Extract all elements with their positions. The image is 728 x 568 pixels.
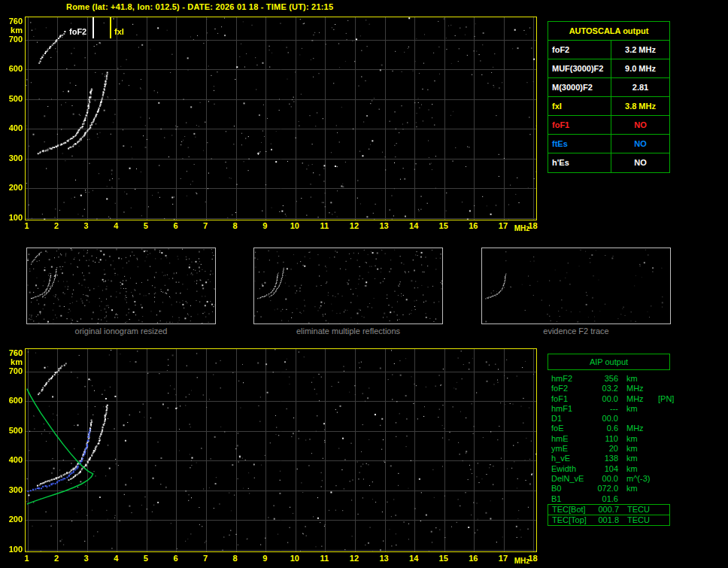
autoscala-param-label: MUF(3000)F2 xyxy=(548,59,611,77)
y-axis-unit-label: km xyxy=(1,26,23,35)
aip-row-B1: B101.6 xyxy=(548,494,705,504)
x-tick-label: 6 xyxy=(166,221,184,230)
x-tick-label: 10 xyxy=(286,221,304,230)
aip-param-note xyxy=(651,384,705,393)
tec-row-TEC[Top]: TEC[Top]001.8TECU xyxy=(548,515,670,526)
tec-param-unit: TECU xyxy=(619,515,669,525)
aip-param-value: 138 xyxy=(593,454,618,463)
x-tick-label: 1 xyxy=(18,221,36,230)
aip-param-note xyxy=(651,474,705,484)
aip-row-hmF1: hmF1---km xyxy=(548,404,705,414)
aip-param-unit: MHz xyxy=(618,384,651,393)
aip-param-value: 104 xyxy=(593,464,618,474)
aip-param-unit: MHz xyxy=(618,424,651,433)
y-tick-label: 760 xyxy=(1,348,23,357)
aip-param-label: ymE xyxy=(551,444,593,454)
x-tick-label: 8 xyxy=(226,554,244,563)
x-tick-label: 11 xyxy=(315,221,333,230)
aip-param-value: 00.0 xyxy=(593,474,618,484)
aip-param-label: hmF2 xyxy=(551,374,593,384)
thumbnail-caption-f2-trace: evidence F2 trace xyxy=(481,327,671,336)
fof2-marker-label: foF2 xyxy=(69,27,86,36)
autoscala-param-label: h'Es xyxy=(548,153,611,172)
aip-row-foF1: foF100.0MHz[PN] xyxy=(548,394,705,404)
aip-param-label: foF1 xyxy=(551,394,593,404)
aip-param-value: 20 xyxy=(593,444,618,454)
thumbnail-no-multiples-canvas xyxy=(254,248,442,323)
thumbnail-f2-trace-canvas xyxy=(482,248,670,323)
y-tick-label: 300 xyxy=(1,485,23,494)
x-tick-label: 5 xyxy=(137,554,155,563)
aip-param-note xyxy=(651,374,705,384)
aip-param-note: [PN] xyxy=(651,394,705,404)
autoscala-param-value: 2.81 xyxy=(611,78,669,96)
x-tick-label: 15 xyxy=(435,221,453,230)
aip-row-hmF2: hmF2356km xyxy=(548,374,705,384)
aip-param-unit: km xyxy=(618,434,651,444)
y-tick-label: 200 xyxy=(1,183,23,192)
fxi-marker-label: fxI xyxy=(114,27,124,36)
autoscala-row-MUF(3000)F2: MUF(3000)F29.0 MHz xyxy=(548,59,669,78)
aip-param-value: 0.6 xyxy=(593,424,618,433)
aip-param-unit: km xyxy=(618,404,651,414)
x-tick-label: 14 xyxy=(405,554,423,563)
aip-param-value: 072.0 xyxy=(593,484,618,494)
aip-param-value: --- xyxy=(593,404,618,414)
tec-param-unit: TECU xyxy=(619,505,669,515)
autoscala-row-fxI: fxI3.8 MHz xyxy=(548,97,669,116)
aip-param-value: 110 xyxy=(593,434,618,444)
aip-row-ymE: ymE20km xyxy=(548,444,705,454)
x-axis-unit-label: MHz xyxy=(512,224,532,232)
aip-param-unit: km xyxy=(618,374,651,384)
x-tick-label: 15 xyxy=(435,554,453,563)
aip-row-h_vE: h_vE138km xyxy=(548,454,705,463)
x-axis-unit-label: MHz xyxy=(512,557,532,565)
autoscala-row-foF1: foF1NO xyxy=(548,116,669,135)
aip-param-label: h_vE xyxy=(551,454,593,463)
aip-param-note xyxy=(651,454,705,463)
x-tick-label: 3 xyxy=(77,221,96,230)
aip-param-unit: km xyxy=(618,464,651,474)
x-tick-label: 12 xyxy=(345,554,363,563)
autoscala-param-label: fxI xyxy=(548,97,611,115)
tec-rows: TEC[Bot]000.7TECUTEC[Top]001.8TECU xyxy=(548,504,670,526)
aip-param-label: D1 xyxy=(551,414,593,424)
aip-param-note xyxy=(651,494,705,504)
aip-param-value: 01.6 xyxy=(593,494,618,504)
autoscala-param-label: ftEs xyxy=(548,135,611,153)
aip-param-label: DelN_vE xyxy=(551,474,593,484)
x-tick-label: 8 xyxy=(226,221,244,230)
thumbnail-no-multiples xyxy=(253,248,443,324)
thumbnail-caption-no-multiples: eliminate multiple reflections xyxy=(253,327,443,336)
aip-param-value: 00.0 xyxy=(593,414,618,424)
ionogram-canvas-top xyxy=(26,17,536,220)
aip-param-label: hmE xyxy=(551,434,593,444)
autoscala-window: { "title": "Rome (lat: +41.8, lon: 012.5… xyxy=(0,0,728,568)
thumbnail-f2-trace xyxy=(481,248,671,324)
ionogram-canvas-bottom xyxy=(26,349,536,551)
aip-row-hmE: hmE110km xyxy=(548,434,705,444)
x-tick-label: 2 xyxy=(47,221,65,230)
tec-row-TEC[Bot]: TEC[Bot]000.7TECU xyxy=(548,504,670,515)
aip-param-note xyxy=(651,434,705,444)
x-tick-label: 12 xyxy=(345,221,363,230)
autoscala-param-value: 3.8 MHz xyxy=(611,97,669,115)
y-tick-label: 500 xyxy=(1,426,23,435)
aip-output-rows: hmF2356kmfoF203.2MHzfoF100.0MHz[PN]hmF1-… xyxy=(548,374,705,504)
autoscala-row-foF2: foF23.2 MHz xyxy=(548,41,669,59)
aip-param-unit: km xyxy=(618,444,651,454)
aip-param-unit xyxy=(618,414,651,424)
aip-param-note xyxy=(651,464,705,474)
thumbnail-original-ionogram xyxy=(26,248,216,324)
x-tick-label: 9 xyxy=(256,554,274,563)
y-tick-label: 760 xyxy=(1,17,23,26)
x-tick-label: 13 xyxy=(375,554,393,563)
autoscala-param-label: foF2 xyxy=(548,41,611,59)
y-tick-label: 700 xyxy=(1,35,23,44)
aip-param-note xyxy=(651,444,705,454)
thumbnail-original-canvas xyxy=(27,248,215,323)
x-tick-label: 5 xyxy=(137,221,155,230)
y-tick-label: 400 xyxy=(1,123,23,132)
autoscala-param-value: NO xyxy=(611,135,669,153)
y-axis-unit-label: km xyxy=(1,357,23,366)
